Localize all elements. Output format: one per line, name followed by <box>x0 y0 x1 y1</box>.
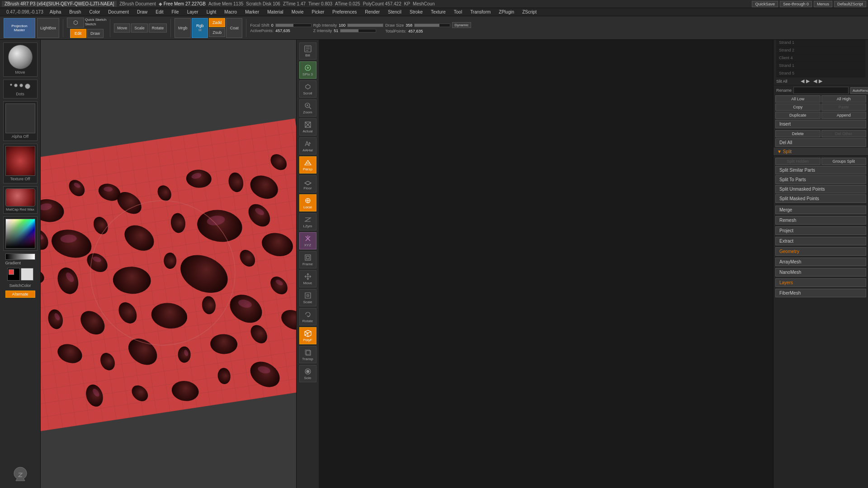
menu-file[interactable]: File <box>170 9 181 15</box>
main-canvas[interactable] <box>41 40 319 488</box>
zsub-button[interactable]: Zsub <box>209 28 225 37</box>
frame-button[interactable]: Frame <box>299 251 316 268</box>
brush-sphere-preview[interactable] <box>8 45 33 69</box>
rename-input[interactable] <box>793 87 849 94</box>
rotate-button[interactable]: Rotate <box>149 23 167 33</box>
polyf-button[interactable]: PolyF <box>299 327 316 344</box>
menu-texture[interactable]: Texture <box>429 9 448 15</box>
menu-zscript[interactable]: ZScript <box>520 9 538 15</box>
draw-size-bar[interactable] <box>414 23 450 27</box>
menus-button[interactable]: Menus <box>814 1 832 7</box>
z-bar[interactable] <box>340 29 376 33</box>
coat-button[interactable]: Coat <box>226 18 242 38</box>
paste-button[interactable]: Paste <box>821 103 867 111</box>
rgb-bar[interactable] <box>347 23 383 27</box>
menu-alpha[interactable]: Alpha <box>48 9 63 15</box>
slit-arrow-left2[interactable]: ◀ <box>813 78 817 84</box>
menu-stencil[interactable]: Stencil <box>386 9 403 15</box>
slit-arrow-right[interactable]: ▶ <box>806 78 810 84</box>
floor-button[interactable]: Floor <box>299 175 316 192</box>
scroll-button[interactable]: Scroll <box>299 80 316 98</box>
draw-button[interactable]: Draw <box>87 29 104 38</box>
solo-button[interactable]: Solo <box>299 365 316 382</box>
all-high-button[interactable]: All High <box>821 95 867 103</box>
zadd-button[interactable]: Zadd <box>209 18 225 27</box>
split-similar-parts-button[interactable]: Split Similar Parts <box>775 166 866 174</box>
menu-macro[interactable]: Macro <box>222 9 239 15</box>
menu-brush[interactable]: Brush <box>67 9 83 15</box>
subtool-list-item-3[interactable]: Client 4 <box>776 54 865 62</box>
subtool-list-item-5[interactable]: Strand 5 <box>776 70 865 77</box>
delete-button[interactable]: Delete <box>775 130 821 137</box>
menu-stroke[interactable]: Stroke <box>408 9 425 15</box>
color-picker-area[interactable] <box>5 219 35 249</box>
rgb-button[interactable]: Rgb M <box>192 18 208 38</box>
nanomesh-button[interactable]: NanoMesh <box>775 268 866 277</box>
menu-tool[interactable]: Tool <box>452 9 464 15</box>
menu-draw[interactable]: Draw <box>135 9 149 15</box>
gradient-bar[interactable] <box>5 253 35 260</box>
lightbox-button[interactable]: LightBox <box>37 18 59 38</box>
bill-button[interactable]: Bill <box>299 42 316 60</box>
menu-render[interactable]: Render <box>363 9 382 15</box>
projection-master-button[interactable]: Projection Master <box>4 18 35 38</box>
del-other-button[interactable]: Del Other <box>821 130 867 137</box>
menu-preferences[interactable]: Preferences <box>330 9 359 15</box>
menu-document[interactable]: Document <box>106 9 131 15</box>
subtool-list-item-1[interactable]: Strand 1 <box>776 39 865 47</box>
menu-movie[interactable]: Movie <box>290 9 306 15</box>
split-unmasked-points-button[interactable]: Split Unmasked Points <box>775 185 866 193</box>
menu-edit[interactable]: Edit <box>154 9 165 15</box>
menu-layer[interactable]: Layer <box>185 9 200 15</box>
xyz-button[interactable]: XYZ <box>299 232 316 249</box>
actual-button[interactable]: Actual <box>299 118 316 136</box>
split-to-parts-button[interactable]: Split To Parts <box>775 175 866 184</box>
remesh-button[interactable]: Remesh <box>775 216 866 225</box>
edit-button[interactable]: Edit <box>70 29 86 38</box>
slit-arrow-right2[interactable]: ▶ <box>819 78 822 84</box>
color-picker-widget[interactable] <box>3 216 38 251</box>
groups-split-button[interactable]: Groups Split <box>821 158 867 165</box>
menu-color[interactable]: Color <box>87 9 102 15</box>
move-button[interactable]: Move <box>114 23 130 33</box>
autorender-button[interactable]: AutoRender <box>850 87 868 94</box>
menu-transform[interactable]: Transform <box>468 9 492 15</box>
transp-button[interactable]: Transp <box>299 346 316 363</box>
texture-widget[interactable]: Texture Off <box>3 144 38 183</box>
fibermesh-button[interactable]: FiberMesh <box>775 289 866 297</box>
scale2-button[interactable]: Scale <box>299 289 316 306</box>
merge-button[interactable]: Merge <box>775 206 866 214</box>
del-all-button[interactable]: Del All <box>775 138 866 147</box>
split-hidden-button[interactable]: Split Hidden <box>775 158 821 165</box>
menu-light[interactable]: Light <box>205 9 218 15</box>
geometry-button[interactable]: Geometry <box>775 247 866 256</box>
see-through-button[interactable]: See-through 0 <box>780 1 812 7</box>
default-script-button[interactable]: DefaultZScript <box>834 1 866 7</box>
copy-button[interactable]: Copy <box>775 103 821 111</box>
append-button[interactable]: Append <box>821 112 867 119</box>
swatch-black[interactable] <box>7 268 20 281</box>
focal-shift-bar[interactable] <box>275 23 311 27</box>
project-button[interactable]: Project <box>775 226 866 235</box>
rotate2-button[interactable]: Rotate <box>299 308 316 325</box>
menu-zplugin[interactable]: ZPlugin <box>497 9 516 15</box>
move2-button[interactable]: Move <box>299 270 316 287</box>
duplicate-button[interactable]: Duplicate <box>775 112 821 119</box>
split-masked-points-button[interactable]: Split Masked Points <box>775 194 866 203</box>
dynamic-button[interactable]: Dynamic <box>452 22 471 28</box>
local-button[interactable]: Local <box>299 194 316 211</box>
menu-material[interactable]: Material <box>265 9 285 15</box>
slit-arrow-left[interactable]: ◀ <box>801 78 804 84</box>
persp-button[interactable]: Persp <box>299 156 316 174</box>
layers-button[interactable]: Layers <box>775 278 866 287</box>
subtool-list-item-4[interactable]: Strand 1 <box>776 62 865 70</box>
arraymesh-button[interactable]: ArrayMesh <box>775 258 866 266</box>
all-low-button[interactable]: All Low <box>775 95 821 103</box>
split-section-header[interactable]: ▼ Split <box>774 148 868 156</box>
zoom-button[interactable]: Zoom <box>299 99 316 117</box>
aahal-button[interactable]: AAHal <box>299 137 316 155</box>
scale-button[interactable]: Scale <box>131 23 148 33</box>
subtool-list-item-2[interactable]: Strand 2 <box>776 47 865 54</box>
lzym-button[interactable]: LZym <box>299 213 316 230</box>
canvas-area[interactable] <box>41 40 319 488</box>
